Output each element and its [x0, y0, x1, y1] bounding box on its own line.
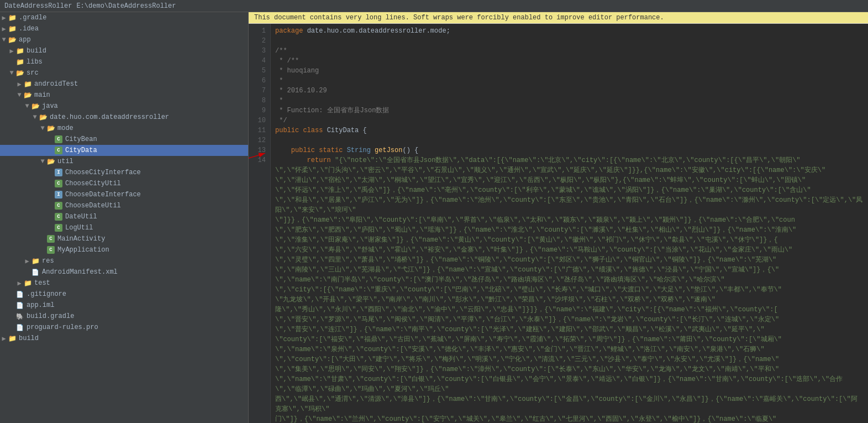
tree-item-myapplication[interactable]: C MyApplication	[0, 244, 248, 255]
tree-label: .gradle	[19, 14, 46, 22]
java-class-icon: C	[54, 223, 63, 232]
java-class-icon: C	[54, 179, 63, 188]
java-class-icon: C	[54, 201, 63, 210]
folder-open-icon: 📂	[31, 102, 40, 111]
java-class-icon: C	[54, 135, 63, 144]
tree-label: res	[42, 257, 54, 265]
arrow-icon: ▶	[15, 80, 23, 88]
tree-label: test	[34, 279, 50, 287]
tree-item-citybean[interactable]: C CityBean	[0, 134, 248, 145]
tree-label: DateUtil	[65, 213, 97, 221]
folder-open-icon: 📂	[23, 91, 32, 100]
tree-label: MyApplication	[57, 246, 109, 254]
folder-icon: 📁	[23, 279, 32, 288]
tree-label: ChooseDateInterface	[65, 191, 141, 199]
title-bar: DateAddressRoller E:\demo\DateAddressRol…	[0, 0, 868, 12]
folder-icon: 📁	[15, 58, 24, 66]
tree-label: src	[27, 69, 39, 77]
tree-item-libs[interactable]: 📁 libs	[0, 56, 248, 67]
tree-label: build	[19, 335, 39, 342]
folder-icon: 📁	[15, 46, 24, 55]
arrow-icon: ▶	[0, 335, 8, 343]
tree-item-build-root[interactable]: ▶ 📁 build	[0, 333, 248, 344]
java-interface-icon: I	[54, 190, 63, 199]
tree-item-main[interactable]: ▼ 📂 main	[0, 90, 248, 101]
line-numbers: 12345 678910 11121314	[249, 24, 271, 423]
arrow-icon: ▼	[23, 102, 31, 110]
tree-label: app	[19, 36, 31, 44]
tree-label: build.gradle	[27, 312, 74, 320]
tree-label: util	[57, 158, 73, 165]
tree-label: ChooseDateUtil	[65, 202, 121, 210]
editor-area: This document contains very long lines. …	[249, 12, 868, 423]
tree-item-androidmanifest[interactable]: 📄 AndroidManifest.xml	[0, 267, 248, 278]
tree-label: androidTest	[34, 80, 78, 88]
project-path: E:\demo\DateAddressRoller	[76, 2, 176, 10]
tree-item-buildgradle[interactable]: 🐘 build.gradle	[0, 311, 248, 322]
tree-item-choosedateinterface[interactable]: I ChooseDateInterface	[0, 189, 248, 200]
tree-item-util[interactable]: ▼ 📂 util	[0, 156, 248, 167]
tree-item-choosecityutil[interactable]: C ChooseCityUtil	[0, 178, 248, 189]
tree-item-app[interactable]: ▼ 📂 app	[0, 34, 248, 45]
arrow-icon: ▼	[15, 91, 23, 99]
tree-label: .idea	[19, 25, 39, 33]
tree-item-idea[interactable]: ▶ 📁 .idea	[0, 23, 248, 34]
tree-item-appiml[interactable]: 📄 app.iml	[0, 300, 248, 311]
tree-label: build	[27, 47, 46, 55]
tree-item-proguard[interactable]: 📄 proguard-rules.pro	[0, 322, 248, 333]
arrow-icon: ▶	[0, 14, 8, 22]
tree-label: MainActivity	[57, 235, 105, 243]
folder-open-icon: 📂	[15, 69, 24, 77]
tree-item-mainactivity[interactable]: C MainActivity	[0, 233, 248, 244]
java-class-icon: C	[54, 212, 63, 221]
arrow-icon: ▶	[15, 279, 23, 288]
tree-label: CityBean	[65, 135, 97, 143]
tree-label: app.iml	[27, 301, 54, 309]
tree-label: proguard-rules.pro	[27, 323, 98, 331]
tree-item-test[interactable]: ▶ 📁 test	[0, 278, 248, 289]
tree-item-build[interactable]: ▶ 📁 build	[0, 45, 248, 56]
arrow-icon: ▼	[39, 158, 46, 165]
tree-label: mode	[57, 124, 73, 132]
folder-icon: 📁	[8, 13, 17, 22]
java-interface-icon: I	[54, 168, 63, 177]
tree-item-gradle[interactable]: ▶ 📁 .gradle	[0, 12, 248, 23]
arrow-icon: ▼	[31, 113, 39, 121]
arrow-icon: ▶	[23, 257, 31, 265]
tree-label: .gitignore	[27, 290, 66, 298]
java-class-icon: C	[54, 146, 63, 155]
tree-label: LogUtil	[65, 224, 93, 232]
tree-item-choosedateutil[interactable]: C ChooseDateUtil	[0, 200, 248, 211]
folder-icon: 📁	[8, 24, 17, 33]
tree-item-package[interactable]: ▼ 📂 date.huo.com.dateaddressroller	[0, 112, 248, 123]
tree-item-mode[interactable]: ▼ 📂 mode	[0, 123, 248, 134]
arrow-icon: ▶	[0, 25, 8, 33]
tree-item-choosecityinterface[interactable]: I ChooseCityInterface	[0, 167, 248, 178]
tree-item-res[interactable]: ▶ 📁 res	[0, 255, 248, 267]
arrow-icon: ▼	[0, 36, 8, 44]
folder-open-icon: 📂	[8, 35, 17, 44]
main-area: ▶ 📁 .gradle ▶ 📁 .idea ▼ 📂 app ▶	[0, 12, 868, 423]
arrow-icon: ▼	[8, 69, 15, 77]
folder-icon: 📁	[23, 80, 32, 88]
tree-item-java[interactable]: ▼ 📂 java	[0, 101, 248, 112]
app: DateAddressRoller E:\demo\DateAddressRol…	[0, 0, 868, 423]
tree-item-src[interactable]: ▼ 📂 src	[0, 67, 248, 79]
tree-item-citydata[interactable]: C CityData	[0, 145, 248, 156]
tree-item-androidtest[interactable]: ▶ 📁 androidTest	[0, 79, 248, 90]
tree-label: AndroidManifest.xml	[42, 268, 118, 276]
tree-label: java	[42, 102, 58, 110]
folder-icon: 📁	[31, 257, 40, 265]
file-tree: ▶ 📁 .gradle ▶ 📁 .idea ▼ 📂 app ▶	[0, 12, 249, 423]
code-editor[interactable]: package date.huo.com.dateaddressroller.m…	[271, 24, 868, 423]
tree-label: libs	[27, 58, 43, 66]
tree-item-gitignore[interactable]: 📄 .gitignore	[0, 289, 248, 300]
project-name: DateAddressRoller	[4, 2, 72, 10]
arrow-icon: ▼	[39, 124, 46, 132]
tree-item-dateutil[interactable]: C DateUtil	[0, 211, 248, 222]
tree-item-logutil[interactable]: C LogUtil	[0, 222, 248, 233]
xml-icon: 📄	[31, 268, 40, 276]
file-icon: 📄	[15, 323, 24, 332]
editor-wrapper: 12345 678910 11121314 package date.huo.c…	[249, 24, 868, 423]
tree-label: ChooseCityUtil	[65, 180, 121, 187]
